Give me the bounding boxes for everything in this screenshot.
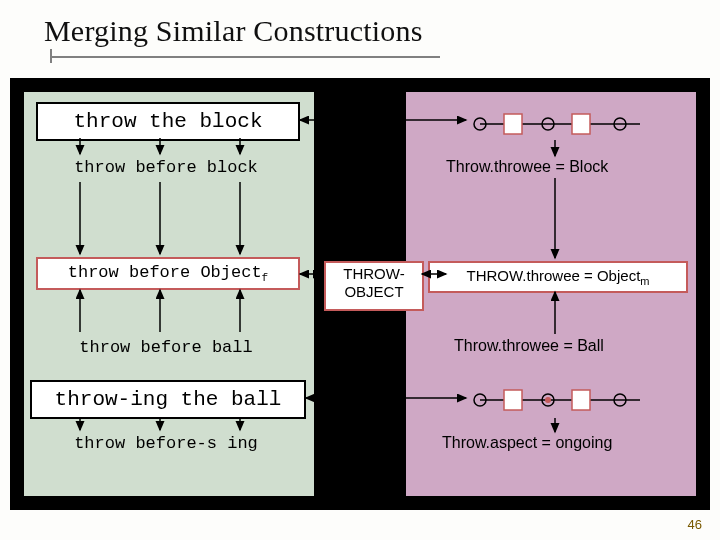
- svg-rect-2: [504, 114, 522, 134]
- title-area: Merging Similar Constructions: [0, 0, 720, 62]
- center-line2: OBJECT: [344, 283, 403, 300]
- page-number: 46: [688, 517, 702, 532]
- svg-rect-8: [504, 390, 522, 410]
- left-row1-text: throw the block: [73, 110, 262, 133]
- left-row6-text: throw before-s ing: [74, 434, 258, 453]
- left-row2-box: throw before block: [36, 154, 296, 181]
- left-row6-box: throw before-s ing: [36, 430, 296, 457]
- right-row1-graph: [470, 106, 650, 142]
- left-row3-box: throw before Objectf: [36, 257, 300, 290]
- right-row6-label: Throw.aspect = ongoing: [442, 434, 612, 452]
- svg-point-10: [545, 397, 551, 403]
- right-row4-label: Throw.throwee = Ball: [454, 337, 604, 355]
- slide: Merging Similar Constructions throw the …: [0, 0, 720, 540]
- left-row2-text: throw before block: [74, 158, 258, 177]
- left-row1-box: throw the block: [36, 102, 300, 141]
- slide-title: Merging Similar Constructions: [44, 14, 720, 48]
- center-merge-box: THROW- OBJECT: [324, 261, 424, 311]
- right-row3-text: THROW.throwee = Objectm: [467, 267, 650, 284]
- svg-rect-4: [572, 114, 590, 134]
- left-row4-box: throw before ball: [36, 334, 296, 361]
- left-row5-text: throw-ing the ball: [55, 388, 282, 411]
- title-underline: [44, 52, 720, 62]
- svg-rect-11: [572, 390, 590, 410]
- left-row4-text: throw before ball: [79, 338, 252, 357]
- center-line1: THROW-: [343, 265, 404, 282]
- left-row3-text: throw before Objectf: [68, 263, 268, 282]
- right-row5-graph: [470, 382, 650, 418]
- diagram-stage: throw the block throw before block throw…: [10, 78, 710, 510]
- right-row2-label: Throw.throwee = Block: [446, 158, 608, 176]
- right-row3-box: THROW.throwee = Objectm: [428, 261, 688, 293]
- left-row5-box: throw-ing the ball: [30, 380, 306, 419]
